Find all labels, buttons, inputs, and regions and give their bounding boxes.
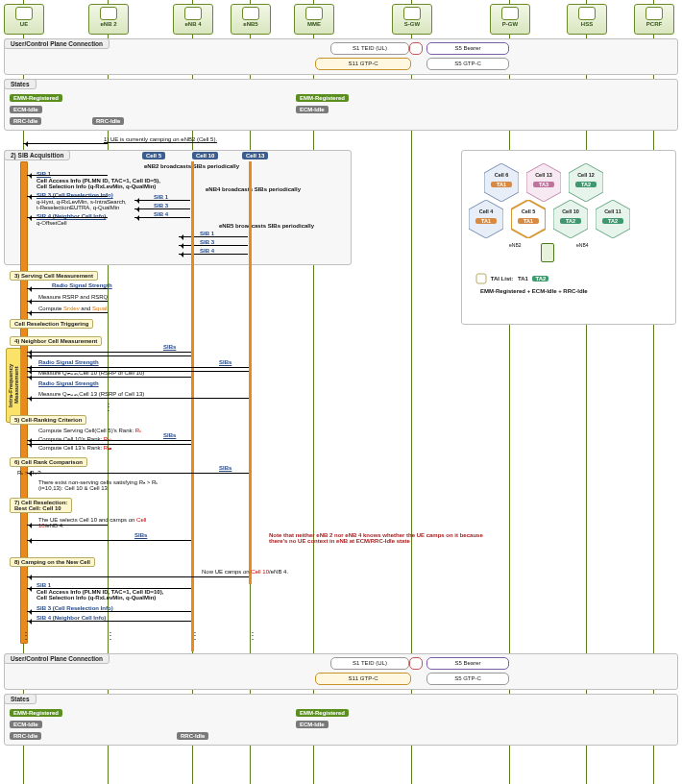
dots-f2: ⋮	[106, 630, 115, 641]
lbl-q10: Measure Qₘₑₐₛ,Cell 10 (RSRP of Cell 10)	[38, 369, 144, 376]
lbl-q13: Measure Qₘₑₐₛ,Cell 13 (RSRP of Cell 13)	[38, 390, 144, 397]
arrow-sib1-e5	[179, 236, 248, 237]
arrow-sib4-e5	[179, 254, 248, 255]
dots-n1: ⋮	[104, 402, 113, 412]
ue-icon-map	[541, 243, 554, 262]
ylab-step6: 6) Cell Rank Comparison	[10, 457, 87, 467]
ylab-step4: 4) Neighbor Cell Measurement	[10, 336, 102, 346]
sib4-e2[interactable]: SIB 4 (Neighbor Cell Info)	[37, 213, 106, 219]
lbl-sibs-42: SIBs	[219, 359, 231, 365]
arrow-sib4-e2	[27, 217, 108, 218]
enb5-activity	[249, 161, 252, 584]
arrow-sibs-42	[27, 367, 249, 368]
bearer-s5: S5 Bearer	[426, 42, 509, 55]
arrow-now	[27, 576, 249, 577]
tag-ecm-ue-b: ECM-Idle	[10, 721, 42, 728]
ylab-step7: 7) Cell Reselection:Best Cell: Cell 10	[10, 498, 72, 513]
arrow-sibs-51b	[27, 444, 191, 445]
lbl-rank-s: Compute Serving Cell(Cell 5)'s Rank: Rₛ	[38, 427, 141, 433]
lbl-bcast-e5: eNB5 broadcasts SIBs periodically	[219, 223, 314, 229]
sib1-detail: Cell Access Info (PLMN ID, TAC=1, Cell I…	[37, 178, 160, 189]
lbl-sibs-51: SIBs	[163, 432, 176, 438]
lbl-sibs-71: SIBs	[134, 532, 147, 538]
ue-activation	[20, 161, 28, 644]
sib3-e2[interactable]: SIB 3 (Cell Reselection Info)	[37, 192, 113, 198]
arrow-sib4f	[27, 621, 191, 622]
pane-title: 2) SIB Acquisition	[4, 150, 70, 160]
lbl-map-state: EMM-Registered + ECM-Idle + RRC-Idle	[480, 288, 588, 294]
lbl-now: Now UE camps on Cell 10/eNB 4.	[202, 569, 288, 575]
pane-title: User/Control Plane Connection	[4, 653, 110, 664]
ylab-step3: 3) Serving Cell Measurement	[10, 271, 98, 281]
sib1-e2[interactable]: SIB 1	[37, 171, 51, 177]
tag-emm-ue: EMM-Registered	[10, 94, 62, 102]
ylab-step5: 5) Cell-Ranking Criterion	[10, 415, 86, 425]
bearer-s1-b: S1 TEID (UL)	[330, 657, 409, 670]
tag-ecm-mme: ECM-Idle	[296, 106, 329, 113]
tag-rrc-e2: RRC-Idle	[92, 117, 124, 125]
celltab-5: Cell 5	[142, 152, 165, 159]
lbl-rss2: Radio Signal Strength	[38, 359, 99, 365]
tag-emm-mme: EMM-Registered	[296, 94, 349, 102]
hex-cell10: Cell 10TA2	[553, 200, 588, 238]
lbl-enb4-map: eNB4	[576, 242, 589, 248]
arrow-sib3-e5	[179, 245, 248, 246]
pane-states-bottom: States	[4, 694, 678, 746]
arrow-sibs-71	[27, 540, 191, 541]
bearer-s5g-b: S5 GTP-C	[426, 673, 509, 685]
bearer-s11: S11 GTP-C	[315, 58, 411, 70]
arrow-sibs-61	[27, 473, 249, 474]
tai-list: TAI List: TA1 TA2	[475, 273, 548, 284]
node-ue: UE	[4, 4, 44, 35]
arrow-q10	[27, 377, 191, 378]
bearer-s11-b: S11 GTP-C	[315, 673, 411, 685]
tag-ecm-mme-b: ECM-Idle	[296, 721, 329, 728]
arrow-sibs-51	[27, 440, 191, 441]
arrow-sib1-e2	[27, 175, 108, 176]
hex-cell11: Cell 11TA2	[596, 200, 630, 238]
node-sgw: S-GW	[392, 4, 432, 35]
bearer-s1: S1 TEID (UL)	[330, 42, 409, 55]
sib3-detail: q-Hyst, q-RxLevMin, s-IntraSearch, t-Res…	[37, 199, 127, 210]
lbl-m1: Measure RSRP and RSRQ	[38, 294, 108, 300]
tag-emm-ue-b: EMM-Registered	[10, 709, 62, 717]
node-mme: MME	[294, 4, 334, 35]
enb4-activity	[191, 161, 194, 651]
lbl-sel: The UE selects Cell 10 and camps on Cell…	[38, 517, 163, 528]
lbl-rank-13: Compute Cell 13's Rank: R₁₃	[38, 444, 111, 451]
lbl-cmp2: There exist non-serving cells satisfying…	[38, 478, 158, 491]
dots-f4: ⋮	[248, 630, 257, 641]
arrow-rss1	[27, 288, 108, 289]
arrow-sib3-e2	[27, 196, 108, 197]
arrow-sel	[27, 525, 108, 526]
node-pgw: P-GW	[490, 4, 530, 35]
arrow-sibs-41b	[27, 355, 191, 356]
tag-emm-mme-b: EMM-Registered	[296, 709, 349, 717]
pane-title: States	[4, 79, 37, 89]
lbl-sibs-41: SIBs	[163, 344, 176, 350]
hex-cell13: Cell 13TA3	[526, 163, 561, 202]
ylab-crt: Cell Reselection Triggering	[10, 319, 93, 329]
arrowbox	[409, 42, 423, 55]
hex-cell6: Cell 6TA1	[484, 163, 519, 202]
arrow-sib3-e4	[134, 208, 190, 209]
note-warn: Note that neither eNB 2 nor eNB 4 knows …	[269, 532, 499, 544]
arrow-q13	[27, 398, 249, 399]
lbl-sibs-61: SIBs	[219, 465, 231, 471]
sib1-final-detail: Cell Access Info (PLMN ID, TAC=1, Cell I…	[37, 589, 163, 600]
hex-cell4: Cell 4TA1	[469, 200, 503, 238]
pane-title: User/Control Plane Connection	[4, 38, 110, 49]
arrow-sib4-e4	[134, 217, 190, 218]
bearer-s5-b: S5 Bearer	[426, 657, 509, 670]
dots-f3: ⋮	[190, 630, 200, 641]
ylab-step8: 8) Camping on the New Cell	[10, 557, 95, 567]
strip-intra: Intra-Frequency Measurement	[6, 348, 21, 423]
node-pcrf: PCRF	[634, 4, 674, 35]
node-hss: HSS	[567, 4, 607, 35]
arrowbox-b	[409, 657, 423, 670]
lbl-rss3: Radio Signal Strength	[38, 380, 99, 386]
tag-ecm-ue: ECM-Idle	[10, 106, 42, 113]
celltab-13: Cell 13	[242, 152, 268, 159]
pane-title: States	[4, 694, 37, 704]
node-enb5: eNB5	[231, 4, 271, 35]
